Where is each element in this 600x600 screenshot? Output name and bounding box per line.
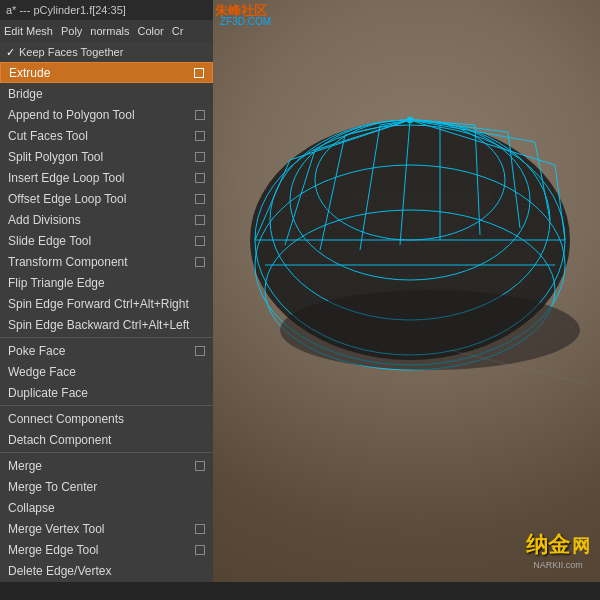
menu-item-split-polygon[interactable]: Split Polygon Tool xyxy=(0,146,213,167)
cut-faces-options-box[interactable] xyxy=(195,131,205,141)
watermark-url-top: ZF3D.COM xyxy=(220,16,271,27)
menu-item-collapse[interactable]: Collapse xyxy=(0,497,213,518)
menu-item-merge-vertex[interactable]: Merge Vertex Tool xyxy=(0,518,213,539)
divider-3 xyxy=(0,452,213,453)
poke-face-options-box[interactable] xyxy=(195,346,205,356)
menu-item-offset-edge-loop[interactable]: Offset Edge Loop Tool xyxy=(0,188,213,209)
menu-item-merge-edge[interactable]: Merge Edge Tool xyxy=(0,539,213,560)
merge-vertex-options-box[interactable] xyxy=(195,524,205,534)
title-bar-text: a* --- pCylinder1.f[24:35] xyxy=(6,4,126,16)
extrude-options-box[interactable] xyxy=(194,68,204,78)
watermark-bottom-right: 纳金 网 NARKII.com xyxy=(526,530,590,570)
add-divisions-options-box[interactable] xyxy=(195,215,205,225)
svg-point-26 xyxy=(407,117,413,123)
keep-faces-row[interactable]: ✓ Keep Faces Together xyxy=(0,42,213,62)
menu-bar: Edit Mesh Poly normals Color Cr xyxy=(0,20,213,42)
menu-item-add-divisions[interactable]: Add Divisions xyxy=(0,209,213,230)
keep-faces-check: ✓ xyxy=(6,46,15,59)
merge-edge-options-box[interactable] xyxy=(195,545,205,555)
watermark-sub: ZF3D.COM xyxy=(220,16,271,27)
keep-faces-label: Keep Faces Together xyxy=(19,46,123,58)
menu-item-bridge[interactable]: Bridge xyxy=(0,83,213,104)
menu-item-duplicate-face[interactable]: Duplicate Face xyxy=(0,382,213,403)
menu-item-transform-component[interactable]: Transform Component xyxy=(0,251,213,272)
menu-item-delete-edge-vertex[interactable]: Delete Edge/Vertex xyxy=(0,560,213,581)
menu-item-spin-edge-forward[interactable]: Spin Edge Forward Ctrl+Alt+Right xyxy=(0,293,213,314)
menu-edit-mesh[interactable]: Edit Mesh xyxy=(4,25,53,37)
insert-edge-loop-options-box[interactable] xyxy=(195,173,205,183)
menu-item-poke-face[interactable]: Poke Face xyxy=(0,340,213,361)
menu-item-connect-components[interactable]: Connect Components xyxy=(0,408,213,429)
menu-item-cut-faces[interactable]: Cut Faces Tool xyxy=(0,125,213,146)
offset-edge-loop-options-box[interactable] xyxy=(195,194,205,204)
menu-item-extrude[interactable]: Extrude xyxy=(0,62,213,83)
watermark-narkii-net: 网 xyxy=(572,534,590,558)
menu-item-slide-edge[interactable]: Slide Edge Tool xyxy=(0,230,213,251)
mesh-object xyxy=(230,80,590,400)
menu-item-wedge-face[interactable]: Wedge Face xyxy=(0,361,213,382)
menu-item-merge-to-center[interactable]: Merge To Center xyxy=(0,476,213,497)
menu-item-append[interactable]: Append to Polygon Tool xyxy=(0,104,213,125)
slide-edge-options-box[interactable] xyxy=(195,236,205,246)
title-bar: a* --- pCylinder1.f[24:35] xyxy=(0,0,213,20)
watermark-narkii-url: NARKII.com xyxy=(526,560,590,570)
svg-point-31 xyxy=(280,290,580,370)
menu-poly[interactable]: Poly xyxy=(61,25,82,37)
menu-item-insert-edge-loop[interactable]: Insert Edge Loop Tool xyxy=(0,167,213,188)
menu-panel: Extrude Bridge Append to Polygon Tool Cu… xyxy=(0,62,213,600)
append-options-box[interactable] xyxy=(195,110,205,120)
menu-normals[interactable]: normals xyxy=(90,25,129,37)
svg-rect-29 xyxy=(280,190,540,290)
bottom-bar xyxy=(0,582,600,600)
merge-options-box[interactable] xyxy=(195,461,205,471)
watermark-narkii-chinese: 纳金 xyxy=(526,530,570,560)
menu-item-merge[interactable]: Merge xyxy=(0,455,213,476)
menu-item-spin-edge-backward[interactable]: Spin Edge Backward Ctrl+Alt+Left xyxy=(0,314,213,335)
menu-color[interactable]: Color xyxy=(137,25,163,37)
transform-component-options-box[interactable] xyxy=(195,257,205,267)
split-polygon-options-box[interactable] xyxy=(195,152,205,162)
menu-item-detach-component[interactable]: Detach Component xyxy=(0,429,213,450)
menu-item-flip-triangle[interactable]: Flip Triangle Edge xyxy=(0,272,213,293)
menu-cr[interactable]: Cr xyxy=(172,25,184,37)
divider-1 xyxy=(0,337,213,338)
divider-2 xyxy=(0,405,213,406)
